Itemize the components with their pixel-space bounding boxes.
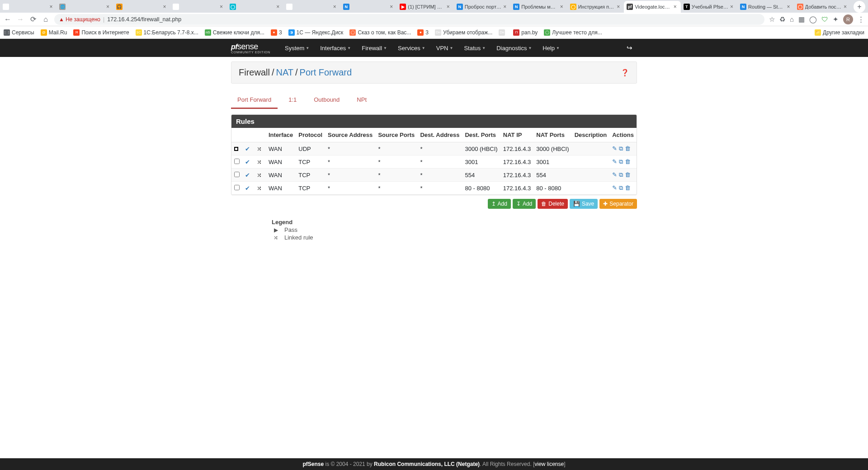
nav-item-interfaces[interactable]: Interfaces▼ [316,41,355,55]
bookmark-item[interactable]: @Mail.Ru [41,29,67,36]
bookmark-item[interactable]: ◯Лучшее тесто для... [544,29,602,36]
nav-item-status[interactable]: Status▼ [459,41,490,55]
bookmark-item[interactable]: nSСвежие ключи для... [205,29,264,36]
nav-item-help[interactable]: Help▼ [538,41,564,55]
nav-item-services[interactable]: Services▼ [393,41,430,55]
edit-icon[interactable]: ✎ [612,184,617,192]
browser-tab[interactable]: 🌐× [57,1,113,13]
crumb-portforward[interactable]: Port Forward [300,67,352,78]
tab-1-1[interactable]: 1:1 [282,92,303,109]
browser-tab[interactable]: N× [340,1,397,13]
tab-close-icon[interactable]: × [220,4,224,10]
tab-close-icon[interactable]: × [787,4,792,10]
tab-close-icon[interactable]: × [844,4,848,10]
browser-tab[interactable]: ◯Добавить пост | Пик× [794,1,851,13]
add-bottom-button[interactable]: ↧Add [513,199,536,209]
browser-tab[interactable]: G× [0,1,57,13]
puzzle-icon[interactable]: ✦ [833,15,839,24]
crumb-nat[interactable]: NAT [276,67,293,78]
bookmark-item[interactable]: ◯Сказ о том, как Вас... [349,29,411,36]
kebab-menu-icon[interactable]: ⋮ [858,15,864,24]
profile-avatar[interactable]: R [843,14,853,24]
shield-icon[interactable]: 🛡 [821,15,828,23]
bookmark-item[interactable]: ●3 [271,29,282,36]
tab-port-forward[interactable]: Port Forward [231,92,278,109]
bookmark-item[interactable]: ЯПоиск в Интернете [73,29,129,36]
delete-icon[interactable]: 🗑 [625,171,631,179]
tab-close-icon[interactable]: × [447,4,451,10]
row-select[interactable] [231,142,242,155]
rule-row[interactable]: ✔ ⤭ WAN UDP * * * 3000 (HBCI) 172.16.4.3… [231,142,637,155]
tab-close-icon[interactable]: × [333,4,338,10]
nav-forward-button[interactable]: → [16,15,24,24]
save-button[interactable]: 💾Save [570,199,598,209]
delete-icon[interactable]: 🗑 [625,145,631,152]
edit-icon[interactable]: ✎ [612,145,617,152]
browser-tab[interactable]: TУчебный Pfsense - П× [681,1,737,13]
bookmark-item[interactable]: DнУбираем отображ... [435,29,492,36]
row-select[interactable] [231,155,242,169]
tab-close-icon[interactable]: × [560,4,565,10]
bookmark-item[interactable]: Dн [499,29,507,36]
copy-icon[interactable]: ⧉ [619,145,623,152]
browser-tab[interactable]: G× [170,1,226,13]
nav-item-diagnostics[interactable]: Diagnostics▼ [492,41,536,55]
circle-icon[interactable]: ◯ [809,15,817,24]
browser-tab[interactable]: ▲× [283,1,340,13]
nav-home-button[interactable]: ⌂ [42,15,50,24]
grid-icon[interactable]: ▦ [798,15,805,24]
new-tab-button[interactable]: + [854,1,865,13]
bookmark-item[interactable]: ⋮⋮Сервисы [4,29,34,36]
rule-row[interactable]: ✔ ⤭ WAN TCP * * * 80 - 8080 172.16.4.3 8… [231,182,637,195]
tab-close-icon[interactable]: × [276,4,281,10]
edit-icon[interactable]: ✎ [612,171,617,179]
edit-icon[interactable]: ✎ [612,158,617,165]
nav-item-firewall[interactable]: Firewall▼ [357,41,392,55]
nav-item-vpn[interactable]: VPN▼ [432,41,458,55]
tab-close-icon[interactable]: × [163,4,167,10]
row-select[interactable] [231,169,242,182]
browser-tab[interactable]: ◯× [227,1,283,13]
tab-close-icon[interactable]: × [49,4,54,10]
address-bar[interactable]: ▲ Не защищено | 172.16.4.254/firewall_na… [54,14,764,25]
star-icon[interactable]: ☆ [769,15,775,24]
brand-logo[interactable]: pfsense COMMUNITY EDITION [231,39,270,57]
tab-close-icon[interactable]: × [390,4,394,10]
bookmark-item[interactable]: ●3 [417,29,429,36]
copy-icon[interactable]: ⧉ [619,158,623,165]
nav-reload-button[interactable]: ⟳ [29,15,37,24]
browser-tab[interactable]: ◯Инструкция по марш× [567,1,624,13]
separator-button[interactable]: ✚Separator [599,199,637,209]
browser-tab[interactable]: NRouting — Static Rou× [737,1,794,13]
delete-button[interactable]: 🗑Delete [538,199,568,209]
browser-tab[interactable]: 🎧× [113,1,170,13]
other-bookmarks[interactable]: 📁Другие закладки [815,29,864,36]
tab-npt[interactable]: NPt [350,92,373,109]
row-select[interactable] [231,182,242,195]
tab-close-icon[interactable]: × [106,4,111,10]
delete-icon[interactable]: 🗑 [625,158,631,165]
house-icon[interactable]: ⌂ [790,15,794,23]
tab-close-icon[interactable]: × [503,4,508,10]
browser-tab[interactable]: NПроброс портов на р× [454,1,510,13]
tab-close-icon[interactable]: × [617,4,621,10]
bookmark-item[interactable]: 1С1С:Беларусь 7.7-8.х... [136,29,198,36]
browser-tab[interactable]: pfVideogate.localdomai× [624,1,680,13]
copy-icon[interactable]: ⧉ [619,184,623,192]
browser-tab[interactable]: NПроблемы маршрути× [510,1,567,13]
rule-row[interactable]: ✔ ⤭ WAN TCP * * * 554 172.16.4.3 554 ✎ ⧉… [231,169,637,182]
copy-icon[interactable]: ⧉ [619,171,623,179]
logout-icon[interactable]: ↪ [622,40,637,56]
tab-outbound[interactable]: Outbound [307,92,346,109]
delete-icon[interactable]: 🗑 [625,184,631,192]
bookmark-item[interactable]: Пpan.by [513,29,538,36]
add-top-button[interactable]: ↥Add [488,199,511,209]
help-icon[interactable]: ❓ [621,69,629,77]
tab-close-icon[interactable]: × [730,4,735,10]
browser-tab[interactable]: ▶(1) [СТРИМ] Спасибо× [397,1,453,13]
nav-item-system[interactable]: System▼ [280,41,314,55]
recycle-icon[interactable]: ♻ [779,15,785,24]
tab-close-icon[interactable]: × [674,4,678,10]
nav-back-button[interactable]: ← [4,15,12,24]
bookmark-item[interactable]: ◑1С — Яндекс.Диск [288,29,344,36]
